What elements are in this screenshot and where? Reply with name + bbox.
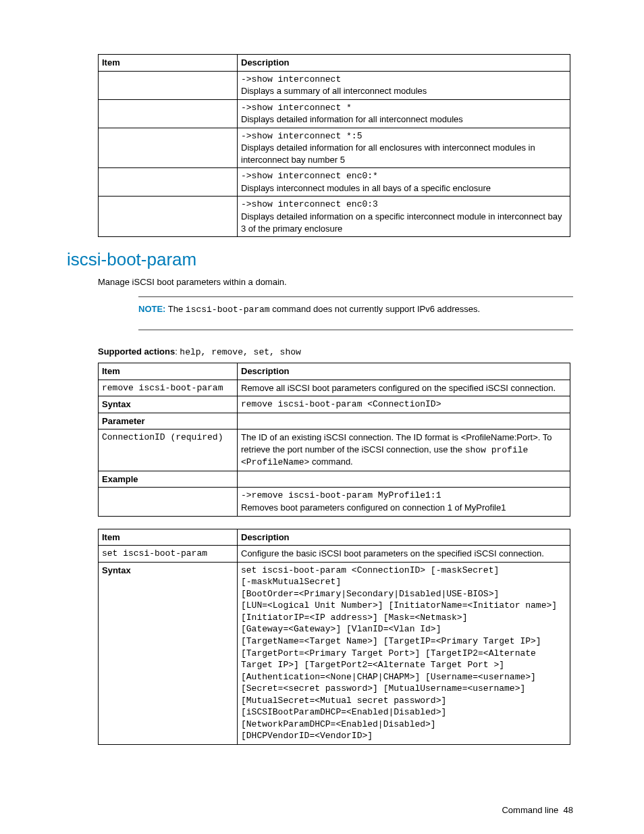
parameter-name: ConnectionID (required) xyxy=(99,429,238,471)
table-row: set iscsi-boot-param Configure the basic… xyxy=(99,546,570,563)
note-text-post: command does not currently support IPv6 … xyxy=(270,304,480,314)
col-header-item: Item xyxy=(99,363,238,380)
table-row: ->show interconnect enc0:* Displays inte… xyxy=(99,168,570,197)
note-text-pre: The xyxy=(165,304,185,314)
example-description: Displays interconnect modules in all bay… xyxy=(241,182,566,194)
col-header-item: Item xyxy=(99,55,238,72)
table-row: ConnectionID (required) The ID of an exi… xyxy=(99,429,570,471)
table-row: ->show interconnect Displays a summary o… xyxy=(99,71,570,99)
table-row: ->show interconnect *:5 Displays detaile… xyxy=(99,128,570,168)
table-row: Example xyxy=(99,471,570,488)
table-row: ->show interconnect * Displays detailed … xyxy=(99,99,570,128)
col-header-description: Description xyxy=(238,55,570,72)
col-header-description: Description xyxy=(238,363,570,380)
example-command: ->remove iscsi-boot-param MyProfile1:1 xyxy=(241,490,566,502)
example-description: Displays a summary of all interconnect m… xyxy=(241,85,566,97)
example-command: ->show interconnect *:5 xyxy=(241,130,566,142)
example-description: Displays detailed information for all in… xyxy=(241,113,566,126)
table-row: ->remove iscsi-boot-param MyProfile1:1 R… xyxy=(99,488,570,516)
supported-actions-label: Supported actions xyxy=(98,346,175,357)
footer-label: Command line xyxy=(502,805,558,815)
example-command: ->show interconnect xyxy=(241,74,566,86)
parameter-label: Parameter xyxy=(99,413,238,429)
supported-actions: Supported actions: help, remove, set, sh… xyxy=(98,346,573,357)
example-description: Removes boot parameters configured on co… xyxy=(241,502,566,514)
example-label: Example xyxy=(99,471,238,488)
examples-table-interconnect: Item Description ->show interconnect Dis… xyxy=(98,54,570,237)
syntax-value: remove iscsi-boot-param <ConnectionID> xyxy=(238,396,570,413)
note-command: iscsi-boot-param xyxy=(186,305,270,315)
desc-cell: Configure the basic iSCSI boot parameter… xyxy=(238,546,570,563)
example-command: ->show interconnect * xyxy=(241,102,566,114)
item-cell: set iscsi-boot-param xyxy=(99,546,238,563)
section-intro: Manage iSCSI boot parameters within a do… xyxy=(98,277,573,287)
supported-actions-values: help, remove, set, show xyxy=(180,347,300,357)
syntax-label: Syntax xyxy=(99,562,238,744)
page-footer: Command line 48 xyxy=(502,805,573,815)
item-cell: remove iscsi-boot-param xyxy=(99,380,238,396)
section-heading: iscsi-boot-param xyxy=(67,249,573,270)
table-row: Parameter xyxy=(99,413,570,429)
example-command: ->show interconnect enc0:* xyxy=(241,170,566,182)
footer-page-number: 48 xyxy=(564,805,573,815)
col-header-description: Description xyxy=(238,529,570,546)
syntax-value: set iscsi-boot-param <ConnectionID> [-ma… xyxy=(238,562,570,744)
table-row: Syntax set iscsi-boot-param <ConnectionI… xyxy=(99,562,570,744)
table-row: Syntax remove iscsi-boot-param <Connecti… xyxy=(99,396,570,413)
table-row: ->show interconnect enc0:3 Displays deta… xyxy=(99,197,570,237)
note-block: NOTE: The iscsi-boot-param command does … xyxy=(138,296,573,330)
syntax-label: Syntax xyxy=(99,396,238,413)
desc-cell: Remove all iSCSI boot parameters configu… xyxy=(238,380,570,396)
example-description: Displays detailed information on a speci… xyxy=(241,211,566,234)
note-label: NOTE: xyxy=(138,304,165,314)
table-row: remove iscsi-boot-param Remove all iSCSI… xyxy=(99,380,570,396)
parameter-description: The ID of an existing iSCSI connection. … xyxy=(238,429,570,471)
example-description: Displays detailed information for all en… xyxy=(241,142,566,165)
remove-iscsi-table: Item Description remove iscsi-boot-param… xyxy=(98,363,570,516)
set-iscsi-table: Item Description set iscsi-boot-param Co… xyxy=(98,529,570,745)
example-command: ->show interconnect enc0:3 xyxy=(241,199,566,211)
col-header-item: Item xyxy=(99,529,238,546)
